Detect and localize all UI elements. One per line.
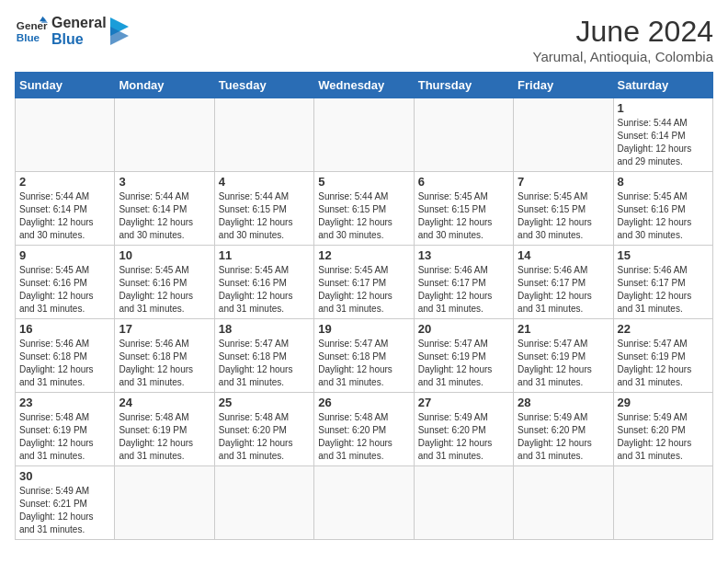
day-number: 25 [219, 396, 310, 409]
weekday-header-monday: Monday [115, 73, 214, 98]
day-number: 7 [518, 175, 609, 189]
calendar-cell [16, 98, 115, 172]
day-info: Sunrise: 5:47 AM Sunset: 6:19 PM Dayligh… [518, 338, 609, 389]
day-number: 1 [618, 101, 709, 115]
day-number: 30 [19, 469, 110, 483]
calendar-cell [314, 98, 414, 172]
calendar-cell [214, 466, 313, 540]
calendar-cell: 9Sunrise: 5:45 AM Sunset: 6:16 PM Daylig… [16, 246, 115, 319]
calendar-cell: 22Sunrise: 5:47 AM Sunset: 6:19 PM Dayli… [613, 319, 712, 393]
logo-general: General [51, 15, 107, 31]
day-number: 23 [19, 396, 110, 409]
calendar-cell: 28Sunrise: 5:49 AM Sunset: 6:20 PM Dayli… [514, 393, 613, 466]
weekday-header-wednesday: Wednesday [314, 73, 414, 98]
calendar-cell [115, 98, 214, 172]
calendar-subtitle: Yarumal, Antioquia, Colombia [533, 49, 714, 64]
day-number: 4 [219, 175, 310, 189]
calendar-week-1: 1Sunrise: 5:44 AM Sunset: 6:14 PM Daylig… [16, 98, 713, 172]
calendar-cell: 12Sunrise: 5:45 AM Sunset: 6:17 PM Dayli… [314, 246, 414, 319]
day-info: Sunrise: 5:45 AM Sunset: 6:17 PM Dayligh… [318, 264, 409, 316]
title-block: June 2024 Yarumal, Antioquia, Colombia [533, 15, 714, 64]
calendar-cell [414, 98, 513, 172]
day-number: 27 [418, 396, 509, 409]
calendar-cell [214, 98, 313, 172]
calendar-cell: 20Sunrise: 5:47 AM Sunset: 6:19 PM Dayli… [414, 319, 513, 393]
calendar-cell [514, 98, 613, 172]
calendar-body: 1Sunrise: 5:44 AM Sunset: 6:14 PM Daylig… [16, 98, 713, 540]
day-number: 6 [418, 175, 509, 189]
day-info: Sunrise: 5:47 AM Sunset: 6:19 PM Dayligh… [618, 338, 709, 389]
calendar-header: SundayMondayTuesdayWednesdayThursdayFrid… [16, 73, 713, 98]
day-number: 11 [219, 248, 310, 262]
day-number: 26 [318, 396, 409, 409]
day-info: Sunrise: 5:48 AM Sunset: 6:20 PM Dayligh… [219, 411, 310, 463]
calendar-week-2: 2Sunrise: 5:44 AM Sunset: 6:14 PM Daylig… [16, 172, 713, 246]
day-number: 9 [19, 248, 110, 262]
logo-icon: General Blue [15, 15, 48, 48]
calendar-cell: 17Sunrise: 5:46 AM Sunset: 6:18 PM Dayli… [115, 319, 214, 393]
calendar-cell: 15Sunrise: 5:46 AM Sunset: 6:17 PM Dayli… [613, 246, 712, 319]
weekday-header-thursday: Thursday [414, 73, 513, 98]
calendar-cell: 3Sunrise: 5:44 AM Sunset: 6:14 PM Daylig… [115, 172, 214, 246]
day-number: 15 [618, 248, 709, 262]
day-info: Sunrise: 5:48 AM Sunset: 6:19 PM Dayligh… [119, 411, 210, 463]
day-number: 14 [518, 248, 609, 262]
calendar-cell: 8Sunrise: 5:45 AM Sunset: 6:16 PM Daylig… [613, 172, 712, 246]
calendar-cell: 29Sunrise: 5:49 AM Sunset: 6:20 PM Dayli… [613, 393, 712, 466]
day-info: Sunrise: 5:47 AM Sunset: 6:19 PM Dayligh… [418, 338, 509, 389]
calendar-cell: 25Sunrise: 5:48 AM Sunset: 6:20 PM Dayli… [214, 393, 313, 466]
day-info: Sunrise: 5:46 AM Sunset: 6:18 PM Dayligh… [119, 338, 210, 389]
page-header: General Blue General Blue June 2024 Yaru… [15, 15, 713, 64]
calendar-cell: 30Sunrise: 5:49 AM Sunset: 6:21 PM Dayli… [16, 466, 115, 540]
calendar-cell [414, 466, 513, 540]
calendar-cell: 23Sunrise: 5:48 AM Sunset: 6:19 PM Dayli… [16, 393, 115, 466]
day-number: 16 [19, 322, 110, 336]
day-info: Sunrise: 5:48 AM Sunset: 6:19 PM Dayligh… [19, 411, 110, 463]
day-info: Sunrise: 5:44 AM Sunset: 6:14 PM Dayligh… [618, 117, 709, 168]
day-info: Sunrise: 5:45 AM Sunset: 6:16 PM Dayligh… [219, 264, 310, 316]
calendar-cell: 5Sunrise: 5:44 AM Sunset: 6:15 PM Daylig… [314, 172, 414, 246]
day-number: 12 [318, 248, 409, 262]
calendar-week-6: 30Sunrise: 5:49 AM Sunset: 6:21 PM Dayli… [16, 466, 713, 540]
logo: General Blue General Blue [15, 15, 129, 49]
calendar-cell: 21Sunrise: 5:47 AM Sunset: 6:19 PM Dayli… [514, 319, 613, 393]
calendar-cell: 11Sunrise: 5:45 AM Sunset: 6:16 PM Dayli… [214, 246, 313, 319]
calendar-cell [115, 466, 214, 540]
day-info: Sunrise: 5:44 AM Sunset: 6:15 PM Dayligh… [219, 190, 310, 242]
day-info: Sunrise: 5:49 AM Sunset: 6:20 PM Dayligh… [518, 411, 609, 463]
calendar-cell: 27Sunrise: 5:49 AM Sunset: 6:20 PM Dayli… [414, 393, 513, 466]
calendar-cell [314, 466, 414, 540]
day-info: Sunrise: 5:45 AM Sunset: 6:16 PM Dayligh… [119, 264, 210, 316]
day-info: Sunrise: 5:46 AM Sunset: 6:17 PM Dayligh… [518, 264, 609, 316]
day-info: Sunrise: 5:44 AM Sunset: 6:14 PM Dayligh… [119, 190, 210, 242]
calendar-cell: 14Sunrise: 5:46 AM Sunset: 6:17 PM Dayli… [514, 246, 613, 319]
calendar-cell: 4Sunrise: 5:44 AM Sunset: 6:15 PM Daylig… [214, 172, 313, 246]
day-number: 24 [119, 396, 210, 409]
weekday-header-tuesday: Tuesday [214, 73, 313, 98]
day-number: 3 [119, 175, 210, 189]
calendar-title: June 2024 [533, 15, 714, 49]
calendar-cell [514, 466, 613, 540]
calendar-cell: 1Sunrise: 5:44 AM Sunset: 6:14 PM Daylig… [613, 98, 712, 172]
calendar-week-5: 23Sunrise: 5:48 AM Sunset: 6:19 PM Dayli… [16, 393, 713, 466]
day-info: Sunrise: 5:44 AM Sunset: 6:15 PM Dayligh… [318, 190, 409, 242]
day-number: 29 [618, 396, 709, 409]
calendar-cell: 7Sunrise: 5:45 AM Sunset: 6:15 PM Daylig… [514, 172, 613, 246]
weekday-header-sunday: Sunday [16, 73, 115, 98]
day-number: 2 [19, 175, 110, 189]
day-number: 17 [119, 322, 210, 336]
day-info: Sunrise: 5:47 AM Sunset: 6:18 PM Dayligh… [219, 338, 310, 389]
day-number: 21 [518, 322, 609, 336]
weekday-header-friday: Friday [514, 73, 613, 98]
calendar-week-4: 16Sunrise: 5:46 AM Sunset: 6:18 PM Dayli… [16, 319, 713, 393]
day-info: Sunrise: 5:45 AM Sunset: 6:15 PM Dayligh… [518, 190, 609, 242]
day-number: 5 [318, 175, 409, 189]
logo-triangle [110, 17, 129, 45]
day-info: Sunrise: 5:45 AM Sunset: 6:16 PM Dayligh… [618, 190, 709, 242]
calendar-cell: 16Sunrise: 5:46 AM Sunset: 6:18 PM Dayli… [16, 319, 115, 393]
day-number: 20 [418, 322, 509, 336]
svg-text:Blue: Blue [17, 31, 40, 43]
day-number: 10 [119, 248, 210, 262]
day-number: 8 [618, 175, 709, 189]
calendar-cell: 19Sunrise: 5:47 AM Sunset: 6:18 PM Dayli… [314, 319, 414, 393]
